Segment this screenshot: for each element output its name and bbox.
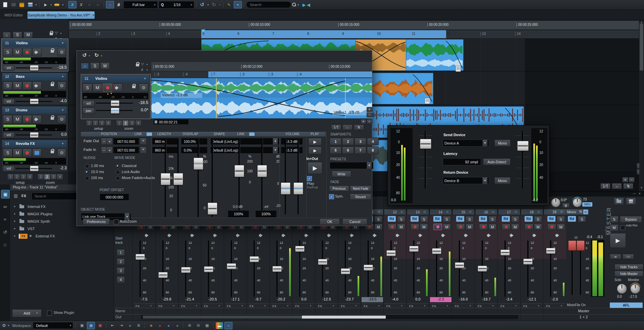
fader-handle[interactable] [181,267,191,273]
zoom-button[interactable]: 4 [57,174,63,180]
mini-track-monitor-button[interactable] [113,84,122,92]
read-automation-button[interactable]: Rd [433,216,441,222]
link-gang-button[interactable]: ∞ [610,254,621,259]
fader-track[interactable] [459,240,461,297]
fx-dropdown-icon[interactable]: ▾ [173,305,176,308]
toolbox-icon[interactable] [18,1,25,8]
fader-handle[interactable] [136,254,145,260]
send-fader-handle[interactable] [420,139,431,149]
fx-dropdown-icon[interactable]: ▾ [378,305,382,308]
fader-handle[interactable] [364,265,373,271]
fx-dropdown-icon[interactable]: ▾ [333,305,336,308]
autozoom-checkbox[interactable] [114,219,119,224]
track-mute-button[interactable]: M [13,149,22,157]
snapshot-button[interactable]: 8 [367,147,379,154]
track-record-button[interactable] [22,81,32,90]
mini-track-mute-button[interactable]: M [93,84,102,92]
dialog-slider-track[interactable] [298,139,299,214]
read-automation-button[interactable]: Rd [525,216,533,222]
read-automation-button[interactable]: Rd [568,216,576,222]
snapshot-button[interactable]: 4 [367,138,379,145]
track-collapse-icon[interactable]: ▼ [61,75,65,78]
fade-in-position-field[interactable]: 007:01:000 [113,147,139,154]
channel-speaker-icon[interactable] [191,233,196,237]
read-automation-button[interactable]: Rd [456,216,464,222]
all-solo-button[interactable]: S [13,32,22,38]
track-mute-button[interactable]: M [13,81,22,90]
dialog-slider-track[interactable] [285,139,286,214]
return-device-dropdown-icon[interactable]: ▼ [482,177,487,184]
fade-in-play-button[interactable]: ▶ [308,147,322,154]
save-dropdown-icon[interactable]: ▼ [35,4,37,6]
mini-v-flip-icon[interactable]: ⇅ [354,124,364,130]
fade-in-shape-dropdown-icon[interactable]: ▼ [273,147,278,153]
nav-diamond-icon[interactable]: ◈ [147,322,155,329]
mini-track-settings-icon[interactable]: ⚙ [139,84,148,92]
filter-icon[interactable]: ▽ [55,31,59,36]
solo-knob[interactable] [616,283,627,294]
tree-expand-icon[interactable]: ▸ [14,205,17,209]
clip-lock-icon[interactable] [425,98,430,104]
latency-field[interactable]: 92 smpl [443,158,481,165]
fader-handle[interactable] [318,259,327,265]
fader-track[interactable] [162,240,164,297]
mini-expand-icon[interactable]: [⤢] [331,124,341,130]
fx-dropdown-icon[interactable]: ▾ [515,305,519,308]
channel-mute-button[interactable]: M [466,224,474,230]
channel-record-button[interactable] [502,224,511,230]
hide-tracks-button[interactable]: hide Tracks [614,264,643,270]
nudge-radio[interactable] [85,164,89,168]
track-header-block[interactable]: 11Violins▼SM⚙-80-40-20-100vol-18.5 [1,39,68,71]
mini-pan-handle[interactable] [111,108,119,114]
zoom-minus-button[interactable]: − [629,177,635,182]
pan-knob[interactable] [551,198,561,208]
dialog-zoom-button[interactable]: 4 [135,120,142,126]
fader-handle[interactable] [500,250,510,256]
fader-handle[interactable] [455,262,464,268]
dock-grid-icon[interactable]: ⁝⁝ [3,32,11,38]
dialog-zoom-button[interactable]: 2 [122,120,129,126]
nav-circle-green-icon[interactable]: ● [173,322,181,329]
write-preset-button[interactable]: Write [332,171,351,177]
scroll-down-icon[interactable]: ▼ [639,186,644,190]
fader-track[interactable] [140,240,141,297]
channel-speaker-icon[interactable] [419,233,424,237]
fx-dropdown-icon[interactable]: ▾ [241,305,245,308]
vol-slider-handle[interactable] [30,132,39,138]
mini-vol-handle[interactable] [111,100,119,106]
track-record-button[interactable] [22,149,32,157]
track-title-bar[interactable]: 12Bass▼ [2,73,67,80]
channel-number-tab[interactable]: 12◎ [384,209,406,215]
link-toggle[interactable] [147,132,152,136]
zoom-button[interactable]: 2 [44,174,50,180]
tree-expand-icon[interactable]: ▸ [14,212,17,217]
tab-project-active[interactable]: Samplitude Mixing Demo - You Are.VIP* × [28,11,95,19]
vol-slider-handle[interactable] [30,65,39,71]
track-header-block[interactable]: 13Drums▼SM⚙-80-40-20-100vol0.0 [1,106,68,139]
hide-master-button[interactable]: hide Master [614,271,643,277]
object-mode-dropdown-icon[interactable]: ▼ [124,213,129,220]
search-input[interactable]: Search [246,1,291,8]
channel-solo-button[interactable]: S [420,216,428,222]
channel-speaker-icon[interactable] [487,233,492,237]
master-solo-button[interactable]: S [610,216,619,223]
snapshot-button[interactable]: 3 [355,138,366,145]
setup-button[interactable]: 2 [14,174,20,180]
gain-left-field[interactable]: 100% [228,210,249,218]
nav-circle-blue-icon[interactable]: ● [165,322,172,329]
ok-button[interactable]: OK [320,218,340,225]
mini-grid-icon[interactable]: # [141,68,145,72]
undo-icon[interactable]: ↺ [199,1,206,8]
channel-speaker-icon[interactable] [510,233,515,237]
monitor-icon[interactable]: ▣ [78,322,86,329]
channel-speaker-icon[interactable] [441,233,446,237]
dialog-setup-button[interactable]: 4 [105,120,111,126]
channel-record-button[interactable] [479,224,488,230]
open-mixer-setup-button[interactable] [614,198,624,205]
track-mute-button[interactable]: M [13,48,22,56]
fx-dropdown-icon[interactable]: ▾ [447,305,450,308]
mono-circle-icon[interactable]: ◎ [583,210,588,214]
play-prepost-checkbox[interactable]: ✓ [307,176,312,181]
fader-handle[interactable] [432,248,441,254]
return-fader-track[interactable] [522,131,524,188]
